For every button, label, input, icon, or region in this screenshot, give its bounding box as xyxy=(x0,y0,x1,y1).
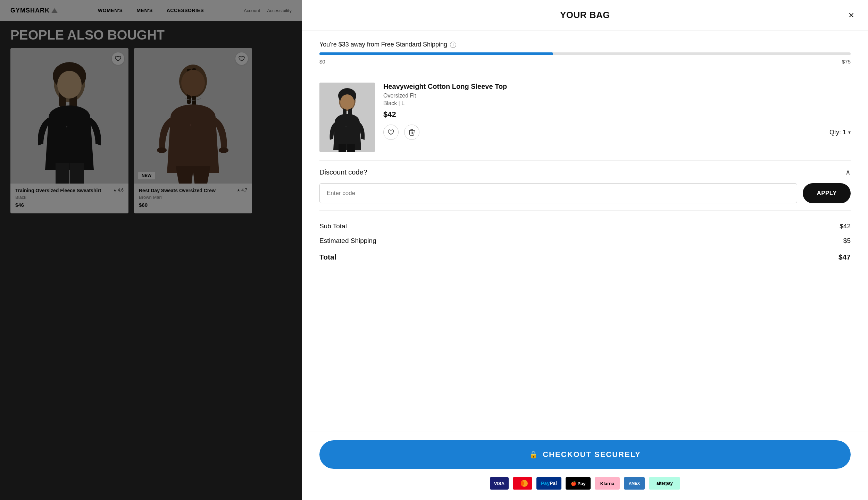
afterpay-label: afterpay xyxy=(657,481,673,486)
cart-title: YOUR BAG xyxy=(560,10,610,20)
svg-rect-26 xyxy=(339,144,346,152)
qty-dropdown-icon: ▾ xyxy=(848,129,851,135)
item-details: Heavyweight Cotton Long Sleeve Top Overs… xyxy=(383,83,851,152)
checkout-button[interactable]: 🔒 CHECKOUT SECURELY xyxy=(319,440,851,469)
svg-point-24 xyxy=(340,94,354,110)
delete-item-button[interactable] xyxy=(404,125,419,140)
cart-body: You're $33 away from Free Standard Shipp… xyxy=(302,31,868,432)
checkout-label: CHECKOUT SECURELY xyxy=(543,450,641,459)
discount-input-row: APPLY xyxy=(319,183,851,210)
cart-item: ✦ Heavyweight Cotton Long Sleeve Top Ove… xyxy=(319,74,851,161)
total-label: Total xyxy=(319,253,336,261)
summary-row-shipping: Estimated Shipping $5 xyxy=(319,234,851,248)
klarna-badge: Klarna xyxy=(595,477,620,490)
item-image-svg: ✦ xyxy=(319,83,375,152)
total-value: $47 xyxy=(838,253,851,261)
overlay xyxy=(0,0,302,500)
item-fit: Oversized Fit xyxy=(383,93,851,99)
applepay-badge: 🍎 Pay xyxy=(566,477,591,490)
lock-icon: 🔒 xyxy=(529,450,539,459)
shipping-label: Estimated Shipping xyxy=(319,237,376,245)
visa-badge: VISA xyxy=(490,477,509,490)
cart-header: YOUR BAG × xyxy=(302,0,868,31)
info-icon[interactable]: i xyxy=(450,42,456,48)
payment-methods: VISA PayPal 🍎 Pay Klarna xyxy=(319,477,851,490)
subtotal-value: $42 xyxy=(840,222,851,230)
summary-row-subtotal: Sub Total $42 xyxy=(319,219,851,234)
shipping-bar-section: You're $33 away from Free Standard Shipp… xyxy=(319,41,851,65)
progress-bar xyxy=(319,52,851,55)
progress-min: $0 xyxy=(319,59,325,65)
progress-max: $75 xyxy=(842,59,851,65)
qty-selector[interactable]: Qty: 1 ▾ xyxy=(829,129,851,136)
item-variant: Black | L xyxy=(383,100,851,107)
subtotal-label: Sub Total xyxy=(319,222,347,230)
discount-code-input[interactable] xyxy=(319,183,797,203)
shipping-value: $5 xyxy=(843,237,851,245)
qty-label: Qty: 1 xyxy=(829,129,846,136)
shipping-message: You're $33 away from Free Standard Shipp… xyxy=(319,41,851,48)
item-price: $42 xyxy=(383,110,851,119)
amex-label: AMEX xyxy=(629,481,640,485)
svg-rect-27 xyxy=(347,144,355,152)
wishlist-item-button[interactable] xyxy=(383,125,399,140)
svg-text:✦: ✦ xyxy=(345,125,347,127)
cart-panel: YOUR BAG × You're $33 away from Free Sta… xyxy=(302,0,868,500)
discount-header[interactable]: Discount code? ∧ xyxy=(319,161,851,183)
item-image: ✦ xyxy=(319,83,375,152)
item-actions: Qty: 1 ▾ xyxy=(383,125,851,140)
chevron-up-icon: ∧ xyxy=(845,168,851,176)
summary-row-total: Total $47 xyxy=(319,248,851,265)
paypal-label: PayPal xyxy=(541,481,557,486)
apply-discount-button[interactable]: APPLY xyxy=(803,183,851,203)
applepay-label: 🍎 Pay xyxy=(571,481,586,486)
visa-label: VISA xyxy=(494,481,504,486)
progress-fill xyxy=(319,52,553,55)
discount-label: Discount code? xyxy=(319,168,367,176)
mc-label xyxy=(516,480,529,487)
cart-footer: 🔒 CHECKOUT SECURELY VISA PayPal xyxy=(302,432,868,500)
discount-section: Discount code? ∧ APPLY xyxy=(319,161,851,211)
afterpay-badge: afterpay xyxy=(649,477,680,490)
close-cart-button[interactable]: × xyxy=(849,10,854,20)
progress-labels: $0 $75 xyxy=(319,59,851,65)
order-summary: Sub Total $42 Estimated Shipping $5 Tota… xyxy=(319,211,851,265)
paypal-badge: PayPal xyxy=(536,477,561,490)
mastercard-badge xyxy=(513,477,532,490)
klarna-label: Klarna xyxy=(600,481,614,486)
item-name: Heavyweight Cotton Long Sleeve Top xyxy=(383,83,851,91)
amex-badge: AMEX xyxy=(624,477,645,490)
